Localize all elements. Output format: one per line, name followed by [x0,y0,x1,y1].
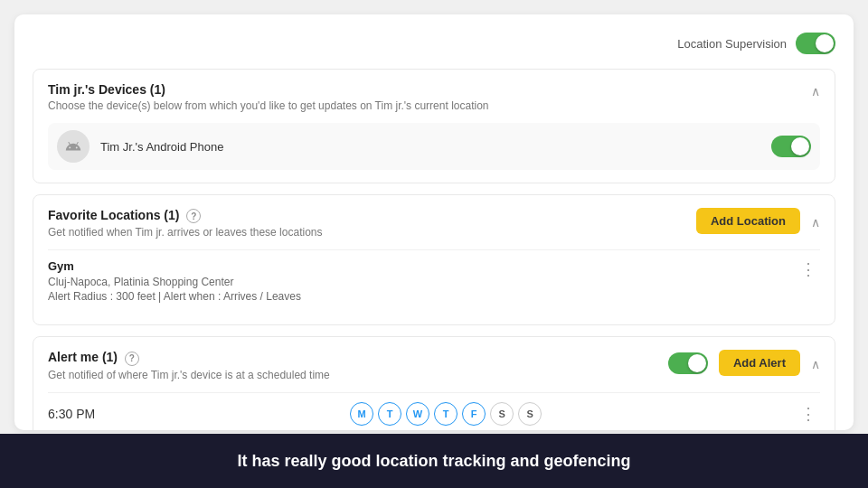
alert-time: 6:30 PM [48,407,95,421]
day-tuesday[interactable]: T [378,402,401,426]
alert-me-toggle[interactable] [668,352,708,374]
days-row: M T W T F S S [350,402,542,426]
day-thursday[interactable]: T [434,402,458,426]
devices-section-title: Tim jr.'s Devices (1) [48,82,489,97]
alert-me-title-text: Alert me (1) [48,350,118,364]
device-name: Tim Jr.'s Android Phone [100,140,771,154]
day-friday[interactable]: F [462,402,486,426]
day-wednesday[interactable]: W [406,402,429,426]
devices-section-header: Tim jr.'s Devices (1) Choose the device(… [48,82,820,112]
day-monday[interactable]: M [350,402,373,426]
alert-me-section: Alert me (1) ? Get notified of where Tim… [33,336,835,430]
alert-me-header: Alert me (1) ? Get notified of where Tim… [48,350,820,380]
favorite-locations-actions: Add Location ∧ [696,208,820,234]
location-address: Cluj-Napoca, Platinia Shopping Center [48,276,301,288]
device-icon [57,130,90,163]
favorite-locations-help-icon[interactable]: ? [186,209,201,223]
favorite-locations-left: Favorite Locations (1) ? Get notified wh… [48,208,696,239]
favorite-locations-header: Favorite Locations (1) ? Get notified wh… [48,208,820,239]
location-details: Gym Cluj-Napoca, Platinia Shopping Cente… [48,259,301,303]
day-sunday[interactable]: S [518,402,542,426]
day-saturday[interactable]: S [490,402,514,426]
favorite-locations-title-text: Favorite Locations (1) [48,208,179,222]
favorite-locations-chevron-icon[interactable]: ∧ [811,215,820,230]
banner-text: It has really good location tracking and… [237,452,630,471]
alert-me-title: Alert me (1) ? [48,350,668,365]
alert-me-left: Alert me (1) ? Get notified of where Tim… [48,350,668,380]
alert-me-help-icon[interactable]: ? [125,352,139,366]
devices-chevron-icon[interactable]: ∧ [811,84,820,99]
devices-section: Tim jr.'s Devices (1) Choose the device(… [33,69,835,183]
add-alert-button[interactable]: Add Alert [719,350,800,376]
top-bar: Location Supervision [33,33,835,54]
devices-section-subtitle: Choose the device(s) below from which yo… [48,99,489,112]
favorite-locations-section: Favorite Locations (1) ? Get notified wh… [33,194,835,325]
favorite-locations-title: Favorite Locations (1) ? [48,208,696,223]
location-alert: Alert Radius : 300 feet | Alert when : A… [48,290,301,303]
android-icon [65,138,81,155]
alert-menu-icon[interactable]: ⋮ [797,404,820,424]
favorite-locations-subtitle: Get notified when Tim jr. arrives or lea… [48,226,696,239]
location-item: Gym Cluj-Napoca, Platinia Shopping Cente… [48,249,820,312]
location-name: Gym [48,259,301,273]
alert-me-subtitle: Get notified of where Tim jr.'s device i… [48,369,668,381]
bottom-banner: It has really good location tracking and… [0,434,868,488]
device-item: Tim Jr.'s Android Phone [48,123,820,170]
location-supervision-toggle[interactable] [796,33,835,54]
location-menu-icon[interactable]: ⋮ [797,259,820,279]
alert-me-chevron-icon[interactable]: ∧ [811,357,820,371]
alert-time-row: 6:30 PM M T W T F S S ⋮ [48,392,820,426]
device-toggle[interactable] [771,136,811,157]
add-location-button[interactable]: Add Location [696,208,800,234]
devices-section-left: Tim jr.'s Devices (1) Choose the device(… [48,82,489,112]
alert-me-actions: Add Alert ∧ [668,350,820,376]
location-supervision-label: Location Supervision [677,37,787,51]
